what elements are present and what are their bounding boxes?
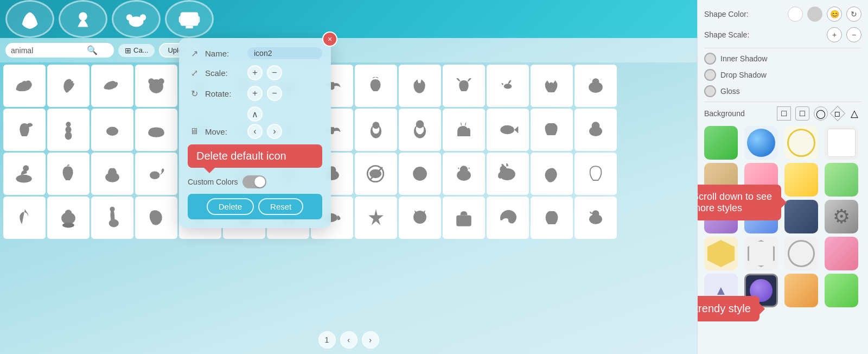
- icon-shrimp[interactable]: [531, 153, 573, 195]
- svg-point-60: [110, 207, 114, 212]
- prev-page-button[interactable]: ‹: [340, 331, 358, 349]
- search-input-wrapper: 🔍: [5, 43, 114, 58]
- next-page-button[interactable]: ›: [362, 331, 379, 349]
- scale-increase-button[interactable]: +: [247, 65, 263, 80]
- icon-hummingbird[interactable]: [487, 65, 529, 107]
- grid-row-1: [3, 65, 694, 107]
- icon-bird[interactable]: [91, 65, 133, 107]
- icon-hedgehog[interactable]: [91, 153, 133, 195]
- style-orange[interactable]: [784, 274, 818, 307]
- banner-icon-3[interactable]: [112, 0, 161, 38]
- style-dark[interactable]: [784, 200, 818, 233]
- top-banner: [0, 0, 697, 38]
- icon-fish2[interactable]: [487, 109, 529, 151]
- icon-penguin2[interactable]: [355, 109, 397, 151]
- bg-diamond-button[interactable]: ◇: [830, 106, 845, 121]
- icon-beaver[interactable]: [47, 197, 90, 239]
- icon-unicorn[interactable]: [3, 197, 46, 239]
- icon-cat2[interactable]: [399, 197, 441, 239]
- icon-pet-carrier[interactable]: [443, 197, 485, 239]
- icon-parrot[interactable]: [47, 153, 90, 195]
- search-icon[interactable]: 🔍: [87, 45, 98, 55]
- icon-palette[interactable]: [487, 197, 529, 239]
- icon-bowl[interactable]: [135, 109, 177, 151]
- svg-point-20: [106, 127, 118, 136]
- drop-shadow-radio[interactable]: [704, 69, 716, 81]
- icon-animal-dark[interactable]: [135, 197, 177, 239]
- banner-icon-4[interactable]: [165, 0, 214, 38]
- style-green2[interactable]: [825, 163, 858, 197]
- gloss-row: Gloss: [704, 85, 861, 97]
- emoji-color-button[interactable]: 😊: [827, 7, 842, 22]
- rotate-increase-button[interactable]: +: [247, 86, 263, 101]
- icon-animal25[interactable]: [531, 109, 573, 151]
- reset-button[interactable]: Reset: [258, 198, 303, 215]
- bg-circle-button[interactable]: ◯: [814, 106, 828, 121]
- icon-no-fish[interactable]: [355, 153, 397, 195]
- icon-crab[interactable]: [91, 109, 133, 151]
- style-hex-yellow[interactable]: [704, 237, 738, 270]
- icon-penguin3[interactable]: [399, 109, 441, 151]
- bg-triangle-button[interactable]: △: [847, 106, 861, 121]
- reload-color-button[interactable]: ↻: [846, 7, 861, 22]
- style-circle-outline[interactable]: [784, 237, 818, 270]
- icon-dog-stand[interactable]: [443, 109, 485, 151]
- icon-cow[interactable]: [575, 65, 617, 107]
- style-green[interactable]: [704, 126, 738, 160]
- icon-scorpion[interactable]: [135, 153, 177, 195]
- icon-animal-outline[interactable]: [575, 153, 617, 195]
- icon-labrador[interactable]: [443, 153, 485, 195]
- gloss-radio[interactable]: [704, 85, 716, 97]
- bg-square-button[interactable]: □: [777, 106, 791, 121]
- icon-ant[interactable]: [47, 109, 90, 151]
- icon-giraffe[interactable]: [91, 197, 133, 239]
- banner-icon-1[interactable]: [5, 0, 54, 38]
- icon-animal26[interactable]: [575, 109, 617, 151]
- style-yellow-circle[interactable]: [784, 126, 818, 160]
- icon-starfish[interactable]: [355, 197, 397, 239]
- banner-icon-2[interactable]: [59, 0, 107, 38]
- delete-button[interactable]: Delete: [207, 198, 254, 215]
- icon-animal39[interactable]: [575, 197, 617, 239]
- style-white-rect[interactable]: [825, 126, 858, 160]
- icon-wolf[interactable]: [531, 65, 573, 107]
- scale-decrease-button[interactable]: −: [267, 65, 282, 80]
- icon-mammoth[interactable]: [487, 153, 529, 195]
- divider-1: [704, 48, 861, 48]
- move-up-button[interactable]: ∧: [247, 106, 263, 122]
- icon-duck[interactable]: [3, 65, 46, 107]
- custom-colors-toggle[interactable]: [242, 175, 266, 188]
- svg-point-28: [416, 121, 424, 129]
- style-gear[interactable]: ⚙: [825, 200, 858, 233]
- category-button[interactable]: ⊞ Ca...: [118, 44, 155, 57]
- name-value[interactable]: icon2: [247, 47, 322, 59]
- color-white[interactable]: [788, 7, 803, 22]
- style-blue-sphere[interactable]: [744, 126, 778, 160]
- style-hex-outline[interactable]: [744, 237, 778, 270]
- style-yellow[interactable]: [784, 163, 818, 197]
- move-left-button[interactable]: ‹: [247, 124, 263, 139]
- search-input[interactable]: [11, 46, 87, 55]
- move-right-button[interactable]: ›: [267, 124, 282, 139]
- svg-point-7: [148, 78, 154, 84]
- icon-horse-rider[interactable]: [3, 153, 46, 195]
- icon-bear[interactable]: [135, 65, 177, 107]
- inner-shadow-radio[interactable]: [704, 53, 716, 65]
- icon-animal38[interactable]: [531, 197, 573, 239]
- style-pink2[interactable]: [825, 237, 858, 270]
- icon-animal9[interactable]: [355, 65, 397, 107]
- icon-squirrel[interactable]: [3, 109, 46, 151]
- close-popup-button[interactable]: ×: [322, 31, 337, 47]
- rotate-decrease-button[interactable]: −: [267, 86, 282, 101]
- inner-shadow-label: Inner Shadow: [720, 54, 767, 63]
- icon-rooster[interactable]: [47, 65, 90, 107]
- icon-sad-dog[interactable]: [399, 153, 441, 195]
- scale-minus-button[interactable]: −: [846, 27, 861, 42]
- icon-fox[interactable]: [399, 65, 441, 107]
- icon-deer[interactable]: [443, 65, 485, 107]
- color-light-gray[interactable]: [807, 7, 822, 22]
- bg-rounded-button[interactable]: □: [795, 106, 809, 121]
- scale-plus-button[interactable]: +: [827, 27, 842, 42]
- move-label: Move:: [205, 127, 243, 136]
- style-green3[interactable]: [825, 274, 858, 307]
